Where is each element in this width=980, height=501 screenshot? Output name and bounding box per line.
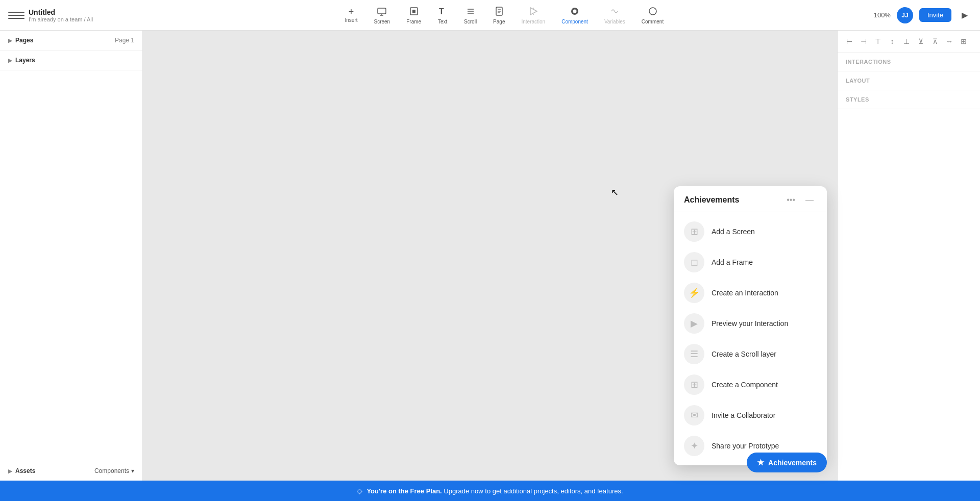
distribute-h-btn[interactable]: ↔	[944, 36, 955, 47]
interaction-tool[interactable]: Interaction	[514, 3, 552, 28]
layers-title[interactable]: ▶ Layers	[8, 57, 35, 64]
toolbar-left: Untitled I'm already on a team / All	[0, 7, 143, 23]
achievement-label-add-frame: Add a Frame	[712, 258, 753, 266]
pages-title[interactable]: ▶ Pages	[8, 37, 33, 44]
frame-tool[interactable]: Frame	[399, 3, 428, 28]
align-toolbar: ⊢ ⊣ ⊤ ↕ ⊥ ⊻ ⊼ ↔ ⊞	[838, 31, 980, 53]
comment-label: Comment	[642, 19, 664, 24]
popup-header: Achievements ••• —	[674, 186, 827, 212]
comment-icon	[648, 6, 658, 18]
achievement-label-add-screen: Add a Screen	[712, 228, 755, 236]
app-subtitle[interactable]: I'm already on a team / All	[29, 16, 93, 22]
achievement-item-invite-collaborator[interactable]: ✉ Invite a Collaborator	[674, 400, 827, 431]
component-tool[interactable]: Component	[554, 3, 595, 28]
achievement-item-add-screen[interactable]: ⊞ Add a Screen	[674, 216, 827, 247]
achievements-button-label: Achievements	[768, 459, 817, 467]
pages-header: ▶ Pages Page 1	[8, 37, 134, 44]
zoom-label[interactable]: 100%	[874, 11, 891, 19]
align-middle-btn[interactable]: ⊻	[915, 36, 926, 47]
achievements-button[interactable]: ★ Achievements	[747, 453, 827, 472]
layers-header: ▶ Layers	[8, 57, 134, 64]
achievement-label-create-component: Create a Component	[712, 381, 778, 389]
layers-chevron: ▶	[8, 58, 12, 63]
sidebar-left: ▶ Pages Page 1 ▶ Layers ▶ Assets Compone…	[0, 31, 143, 481]
scroll-icon	[465, 6, 476, 18]
variables-label: Variables	[604, 19, 625, 24]
achievement-icon-add-frame: ◻	[684, 252, 704, 272]
svg-text:T: T	[439, 7, 444, 16]
variables-icon	[609, 6, 620, 18]
interaction-icon	[528, 6, 538, 18]
screen-label: Screen	[374, 19, 390, 24]
text-tool[interactable]: T Text	[430, 3, 455, 28]
achievement-icon-invite-collaborator: ✉	[684, 405, 704, 425]
assets-chevron: ▶	[8, 468, 12, 474]
layout-section: Layout	[838, 71, 980, 90]
app-title-name: Untitled	[29, 8, 93, 16]
achievement-item-create-scroll[interactable]: ☰ Create a Scroll layer	[674, 339, 827, 369]
achievement-item-create-interaction[interactable]: ⚡ Create an Interaction	[674, 278, 827, 308]
invite-button[interactable]: Invite	[919, 8, 951, 22]
distribute-v-btn[interactable]: ↕	[887, 36, 898, 47]
align-left-btn[interactable]: ⊢	[844, 36, 855, 47]
achievement-item-add-frame[interactable]: ◻ Add a Frame	[674, 247, 827, 278]
bottom-bar-regular: Upgrade now to get additional projects, …	[444, 487, 623, 495]
align-bottom-btn[interactable]: ⊼	[929, 36, 941, 47]
interactions-label: Interactions	[846, 59, 972, 65]
layout-label: Layout	[846, 78, 972, 84]
styles-section: Styles	[838, 90, 980, 109]
achievement-item-create-component[interactable]: ⊞ Create a Component	[674, 369, 827, 400]
achievement-label-invite-collaborator: Invite a Collaborator	[712, 411, 775, 419]
screen-tool[interactable]: Screen	[367, 3, 398, 28]
interactions-section: Interactions	[838, 53, 980, 71]
scroll-label: Scroll	[464, 19, 477, 24]
popup-close-btn[interactable]: —	[802, 194, 817, 206]
comment-tool[interactable]: Comment	[634, 3, 671, 28]
achievement-icon-create-scroll: ☰	[684, 344, 704, 364]
popup-more-btn[interactable]: •••	[783, 194, 798, 206]
achievement-icon-create-interaction: ⚡	[684, 283, 704, 303]
align-top-btn[interactable]: ⊥	[901, 36, 912, 47]
achievement-label-preview-interaction: Preview your Interaction	[712, 319, 788, 328]
menu-button[interactable]	[8, 7, 24, 23]
achievement-icon-add-screen: ⊞	[684, 221, 704, 242]
page-icon	[494, 6, 504, 18]
layers-section: ▶ Layers	[0, 51, 142, 70]
svg-point-18	[649, 8, 656, 15]
bottom-bar: ◇ You're on the Free Plan. Upgrade now t…	[0, 481, 980, 501]
insert-tool[interactable]: + Insert	[337, 4, 364, 26]
insert-label: Insert	[345, 17, 357, 23]
play-button[interactable]: ▶	[958, 8, 972, 22]
achievement-icon-create-component: ⊞	[684, 374, 704, 395]
pages-section: ▶ Pages Page 1	[0, 31, 142, 51]
assets-title[interactable]: ▶ Assets	[8, 467, 35, 474]
bottom-bar-bold: You're on the Free Plan.	[366, 487, 442, 495]
assets-header: ▶ Assets Components ▾	[8, 467, 134, 474]
bottom-bar-text: You're on the Free Plan. Upgrade now to …	[366, 487, 623, 495]
toolbar-center: + Insert Screen Frame T Text Scroll	[143, 3, 866, 28]
pages-value: Page 1	[115, 37, 134, 44]
achievement-label-share-prototype: Share your Prototype	[712, 442, 779, 450]
user-avatar[interactable]: JJ	[897, 7, 913, 23]
distribute-all-btn[interactable]: ⊞	[958, 36, 969, 47]
popup-title: Achievements	[684, 195, 740, 205]
pages-chevron: ▶	[8, 38, 12, 43]
page-tool[interactable]: Page	[486, 3, 512, 28]
variables-tool[interactable]: Variables	[597, 3, 632, 28]
align-center-h-btn[interactable]: ⊣	[858, 36, 869, 47]
svg-marker-13	[530, 8, 537, 15]
component-label: Component	[561, 19, 588, 24]
page-label: Page	[493, 19, 505, 24]
align-right-btn[interactable]: ⊤	[872, 36, 884, 47]
components-dropdown[interactable]: Components ▾	[94, 467, 134, 474]
insert-icon: +	[349, 7, 354, 16]
achievement-icon-share-prototype: ✦	[684, 436, 704, 456]
popup-actions: ••• —	[783, 194, 817, 206]
screen-icon	[377, 6, 387, 18]
scroll-tool[interactable]: Scroll	[457, 3, 484, 28]
achievement-item-preview-interaction[interactable]: ▶ Preview your Interaction	[674, 308, 827, 339]
frame-label: Frame	[406, 19, 421, 24]
interaction-label: Interaction	[521, 19, 545, 24]
components-chevron-icon: ▾	[131, 467, 134, 474]
toolbar: Untitled I'm already on a team / All + I…	[0, 0, 980, 31]
